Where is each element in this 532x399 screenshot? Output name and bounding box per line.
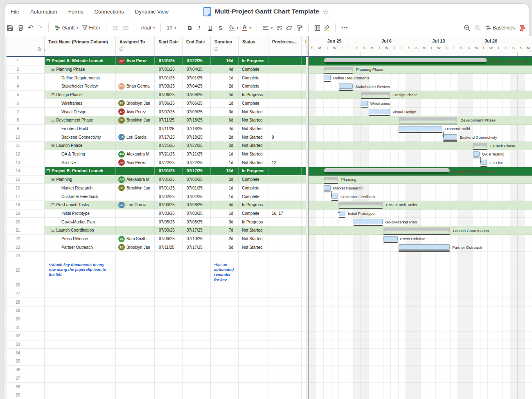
gantt-view-button[interactable]: Gantt▾ <box>54 25 79 31</box>
cell-assigned-to[interactable]: BGBrian Germa <box>116 82 155 90</box>
cell-duration[interactable]: 1d <box>211 74 239 82</box>
collapse-icon[interactable]: ⊟ <box>51 178 54 182</box>
cell-notes[interactable] <box>302 235 306 243</box>
cell-notes[interactable] <box>302 349 306 357</box>
cell-assigned-to[interactable]: BJBrooklyn Jan <box>116 116 155 124</box>
italic-button[interactable]: I <box>198 25 205 31</box>
table-row[interactable]: 39 <box>7 391 306 399</box>
cell-duration[interactable] <box>211 374 239 383</box>
menu-automation[interactable]: Automation <box>30 9 57 15</box>
cell-assigned-to[interactable]: AMAlexandra M <box>116 150 155 158</box>
cell-end-date[interactable] <box>183 315 211 323</box>
cell-assigned-to[interactable]: AMAlexandra M <box>116 176 155 184</box>
cell-status[interactable]: Not Started <box>239 226 268 234</box>
cell-duration[interactable]: 4d <box>211 125 239 133</box>
gantt-bar[interactable] <box>399 244 450 250</box>
cell-duration[interactable] <box>211 323 239 331</box>
cell-end-date[interactable] <box>183 340 211 349</box>
cell-notes[interactable] <box>302 82 306 90</box>
cell-duration[interactable]: 16d <box>211 57 239 65</box>
cell-predecessors[interactable] <box>268 192 302 201</box>
cell-status[interactable] <box>239 391 268 399</box>
table-row[interactable]: 32 <box>7 332 306 340</box>
cell-notes[interactable] <box>302 192 306 201</box>
cell-start-date[interactable]: 07/06/25 <box>155 99 183 108</box>
gantt-row[interactable] <box>309 290 532 298</box>
cell-task-name[interactable]: ⊟Design Phase <box>45 91 116 99</box>
cell-task-name[interactable] <box>45 332 116 340</box>
cell-task-name[interactable]: ⊟Pre-Launch Tasks <box>45 201 116 209</box>
scroll-right-arrow[interactable]: › <box>529 48 531 53</box>
cell-status[interactable]: In Progress <box>239 91 268 99</box>
row-number[interactable]: 25 <box>7 260 45 281</box>
cell-start-date[interactable]: 07/03/25 <box>155 82 183 90</box>
row-number[interactable]: 15 <box>7 176 45 184</box>
row-number[interactable]: 6 <box>7 99 45 108</box>
cell-task-name[interactable]: Go-Live <box>45 158 116 167</box>
borders-button[interactable] <box>314 25 320 31</box>
cell-start-date[interactable] <box>155 332 183 340</box>
cell-duration[interactable] <box>211 281 239 289</box>
row-number[interactable]: 13 <box>7 158 45 167</box>
cell-predecessors[interactable] <box>268 108 302 116</box>
gantt-bar[interactable] <box>339 211 345 216</box>
row-number[interactable]: 27 <box>7 290 45 298</box>
table-row[interactable]: 19Initial Prototype07/03/2507/03/251dCom… <box>7 210 306 218</box>
cell-start-date[interactable] <box>155 349 183 357</box>
cell-assigned-to[interactable] <box>116 391 155 399</box>
cell-duration[interactable] <box>211 307 239 315</box>
gantt-row[interactable]: Initial Prototype <box>309 210 532 218</box>
table-row[interactable]: 31 <box>7 323 306 332</box>
row-number[interactable]: 28 <box>7 298 45 306</box>
column-header-pred[interactable]: Predecess... <box>268 36 302 56</box>
cell-task-name[interactable]: Frontend Build <box>45 125 116 133</box>
cell-notes[interactable] <box>302 357 306 365</box>
column-header-notes[interactable]: Notes <box>302 36 306 56</box>
cell-status[interactable]: Complete <box>239 74 268 82</box>
gantt-bar[interactable] <box>480 160 487 165</box>
row-number[interactable]: 30 <box>7 315 45 323</box>
gantt-bar[interactable] <box>324 185 330 191</box>
cell-start-date[interactable] <box>155 315 183 323</box>
cell-notes[interactable] <box>302 307 306 315</box>
cell-predecessors[interactable] <box>268 391 302 399</box>
cell-status[interactable] <box>239 298 268 306</box>
cell-task-name[interactable] <box>45 374 116 383</box>
gantt-row[interactable]: Pre-Launch Tasks <box>309 201 532 210</box>
cell-duration[interactable]: 3d <box>211 108 239 116</box>
cell-task-name[interactable]: ⊟Launch Coordination <box>45 226 116 234</box>
gantt-row[interactable] <box>309 391 532 399</box>
cell-task-name[interactable] <box>45 383 116 391</box>
cell-predecessors[interactable] <box>268 349 302 357</box>
cell-end-date[interactable] <box>183 307 211 315</box>
table-row[interactable]: 23Partner OutreachBJBrooklyn Jan07/11/25… <box>7 243 306 252</box>
gantt-bar[interactable] <box>354 219 383 224</box>
cell-start-date[interactable] <box>155 391 183 399</box>
gantt-bar[interactable] <box>443 134 457 140</box>
cell-end-date[interactable]: 07/08/25 <box>183 201 211 209</box>
row-number[interactable]: 12 <box>7 150 45 158</box>
cell-duration[interactable] <box>211 290 239 298</box>
more-options-button[interactable]: ••• <box>341 25 348 31</box>
table-row[interactable]: 9Frontend Build07/11/2507/16/254dNot Sta… <box>7 125 306 133</box>
cell-predecessors[interactable] <box>268 340 302 349</box>
print-button[interactable] <box>17 25 24 32</box>
cell-start-date[interactable] <box>155 323 183 331</box>
cell-assigned-to[interactable]: APAviv Perez <box>116 57 155 65</box>
row-number[interactable]: 18 <box>7 201 45 209</box>
cell-status[interactable]: Not Started <box>239 142 268 150</box>
cell-start-date[interactable] <box>155 357 183 365</box>
comment-column-icon[interactable]: i <box>44 47 45 52</box>
baselines-button[interactable]: Baselines <box>485 25 515 31</box>
cell-assigned-to[interactable] <box>116 281 155 289</box>
cell-predecessors[interactable] <box>268 290 302 298</box>
gantt-summary-bar[interactable] <box>339 202 383 207</box>
cell-duration[interactable] <box>211 252 239 260</box>
note-reminder[interactable]: *Set an automated reminder for key dates… <box>211 260 239 281</box>
cell-task-name[interactable]: Define Requirements <box>45 74 116 82</box>
cell-status[interactable] <box>239 349 268 357</box>
cell-duration[interactable]: 2d <box>211 133 239 141</box>
cell-notes[interactable] <box>302 91 306 99</box>
cell-predecessors[interactable] <box>268 281 302 289</box>
gantt-bar[interactable] <box>339 83 353 89</box>
